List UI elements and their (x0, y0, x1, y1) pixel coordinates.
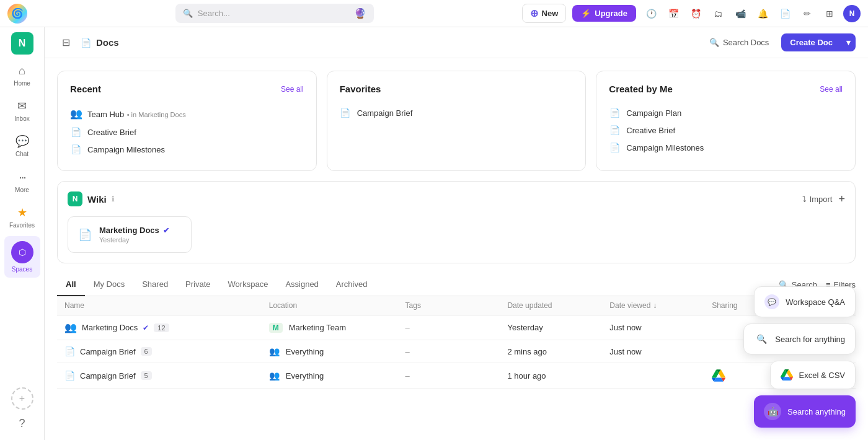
header-name-label: Name (64, 301, 84, 310)
wiki-doc-info: Marketing Docs ✔ Yesterday (99, 226, 169, 244)
wiki-doc-marketing[interactable]: 📄 Marketing Docs ✔ Yesterday (68, 216, 192, 253)
row-1-tags-value: – (405, 347, 410, 356)
row-1-date-updated: 2 mins ago (507, 347, 609, 356)
team-icon: 👥 (70, 108, 81, 120)
sidebar-item-help[interactable]: ? (4, 412, 40, 435)
app-logo[interactable]: 🌀 (7, 4, 27, 24)
tab-workspace[interactable]: Workspace (219, 273, 277, 296)
sidebar-toggle-icon: ⊟ (62, 37, 70, 48)
upgrade-label: Upgrade (595, 9, 627, 18)
tab-assigned[interactable]: Assigned (277, 273, 327, 296)
workspace-avatar[interactable]: N ▾ (11, 32, 33, 55)
sidebar-item-home[interactable]: ⌂ Home (4, 59, 40, 92)
doc-icon-c1: 📄 (609, 125, 620, 135)
sidebar-item-more[interactable]: ··· More (4, 165, 40, 198)
global-search[interactable]: 🔍 Search... 🔮 (175, 4, 374, 23)
recent-item-1[interactable]: 📄 Creative Brief (70, 123, 304, 141)
calendar-icon[interactable]: 📅 (665, 5, 682, 22)
favorites-item-0[interactable]: 📄 Campaign Brief (340, 104, 574, 121)
search-for-anything-popup[interactable]: 🔍 Search for anything (743, 323, 856, 354)
excel-csv-popup[interactable]: Excel & CSV (770, 361, 856, 389)
create-doc-main-button[interactable]: Create Doc (781, 33, 841, 51)
sidebar: N ▾ ⌂ Home ✉ Inbox 💬 Chat ··· More ★ Fav… (0, 27, 45, 440)
header-date-viewed-label: Date viewed (609, 301, 650, 310)
row-0-verified-icon: ✔ (143, 323, 149, 332)
wiki-info-icon[interactable]: ℹ (112, 195, 115, 203)
new-button[interactable]: ⊕ New (522, 4, 567, 23)
document-icon[interactable]: 📄 (776, 5, 794, 22)
recent-item-2[interactable]: 📄 Campaign Milestones (70, 141, 304, 158)
search-anything-bottom-popup[interactable]: 🤖 Search anything (754, 395, 856, 428)
wiki-add-button[interactable]: + (838, 193, 845, 206)
search-docs-button[interactable]: 🔍 Search Docs (703, 34, 775, 51)
bell-icon[interactable]: 🔔 (754, 5, 771, 22)
row-0-location: M Marketing Team (269, 323, 405, 333)
sidebar-toggle-button[interactable]: ⊟ (57, 34, 74, 51)
table-row[interactable]: 👥 Marketing Docs ✔ 12 M Marketing Team –… (57, 315, 856, 340)
doc-icon-fav: 📄 (340, 108, 351, 118)
row-1-name-cell: 📄 Campaign Brief 6 (64, 346, 269, 356)
video-icon[interactable]: 📹 (732, 5, 749, 22)
clock-icon[interactable]: 🕐 (642, 5, 660, 22)
sidebar-item-spaces[interactable]: ⬡ Spaces (4, 236, 40, 278)
table-row[interactable]: 📄 Campaign Brief 5 👥 Everything – 1 hour… (57, 363, 856, 389)
upgrade-button[interactable]: ⚡ Upgrade (572, 5, 636, 22)
sidebar-item-inbox[interactable]: ✉ Inbox (4, 94, 40, 127)
header-name: Name (64, 301, 269, 310)
sidebar-item-chat[interactable]: 💬 Chat (4, 130, 40, 162)
row-2-doc-icon: 📄 (64, 371, 75, 381)
tab-my-docs[interactable]: My Docs (85, 273, 134, 296)
recent-item-0[interactable]: 👥 Team Hub • in Marketing Docs (70, 104, 304, 123)
tab-private[interactable]: Private (177, 273, 219, 296)
row-1-location-icon: 👥 (269, 346, 280, 356)
header-location-label: Location (269, 301, 297, 310)
wiki-section: N Wiki ℹ ⤵ Import + 📄 Marketing Docs (57, 181, 856, 263)
chevron-down-icon: ▾ (846, 38, 851, 47)
doc-icon-2: 📄 (70, 144, 81, 154)
created-item-0[interactable]: 📄 Campaign Plan (609, 104, 843, 121)
add-people-button[interactable]: + (11, 387, 33, 410)
search-docs-icon: 🔍 (709, 38, 719, 47)
wiki-import-button[interactable]: ⤵ Import (802, 195, 833, 204)
plus-icon: ⊕ (530, 7, 538, 19)
row-0-location-badge: M (269, 323, 283, 333)
row-2-location-text: Everything (286, 371, 324, 381)
google-drive-icon (712, 369, 725, 382)
verified-badge-icon: ✔ (163, 226, 169, 235)
row-1-count: 6 (141, 347, 152, 356)
gdrive-excel-icon (781, 369, 793, 381)
timer-icon[interactable]: ⏰ (687, 5, 704, 22)
pen-icon[interactable]: ✏ (799, 5, 816, 22)
row-1-doc-icon: 📄 (64, 346, 75, 356)
created-item-2[interactable]: 📄 Campaign Milestones (609, 139, 843, 156)
bot-icon: 🤖 (764, 403, 781, 420)
cards-section: Recent See all 👥 Team Hub • in Marketing… (45, 58, 868, 181)
tab-all[interactable]: All (57, 273, 85, 296)
sidebar-item-favorites[interactable]: ★ Favorites (4, 201, 40, 234)
table-header: Name Location Tags Date updated Date vie… (57, 296, 856, 315)
row-0-date-updated-value: Yesterday (507, 323, 542, 332)
recent-see-all[interactable]: See all (281, 85, 304, 94)
recent-card-header: Recent See all (70, 84, 304, 94)
row-2-location: 👥 Everything (269, 371, 405, 381)
wiki-badge: N (68, 191, 82, 206)
create-doc-dropdown-button[interactable]: ▾ (841, 33, 856, 51)
recent-item-1-name: Creative Brief (87, 128, 136, 137)
files-icon[interactable]: 🗂 (709, 5, 727, 22)
row-1-location-text: Everything (286, 347, 324, 356)
import-icon: ⤵ (802, 195, 807, 204)
table-row[interactable]: 📄 Campaign Brief 6 👥 Everything – 2 mins… (57, 340, 856, 363)
grid-icon[interactable]: ⊞ (821, 5, 838, 22)
tab-shared[interactable]: Shared (133, 273, 177, 296)
favorites-icon: ★ (17, 206, 27, 219)
workspace-qa-popup[interactable]: 💬 Workspace Q&A (754, 286, 856, 317)
header-tags: Tags (405, 301, 508, 310)
header-date-updated: Date updated (507, 301, 609, 310)
created-see-all[interactable]: See all (820, 85, 843, 94)
tab-archived[interactable]: Archived (327, 273, 376, 296)
inbox-icon: ✉ (17, 99, 27, 113)
favorites-label: Favorites (9, 222, 35, 229)
recent-item-0-name: Team Hub (87, 110, 124, 119)
user-avatar[interactable]: N (843, 5, 861, 22)
created-item-1[interactable]: 📄 Creative Brief (609, 121, 843, 139)
